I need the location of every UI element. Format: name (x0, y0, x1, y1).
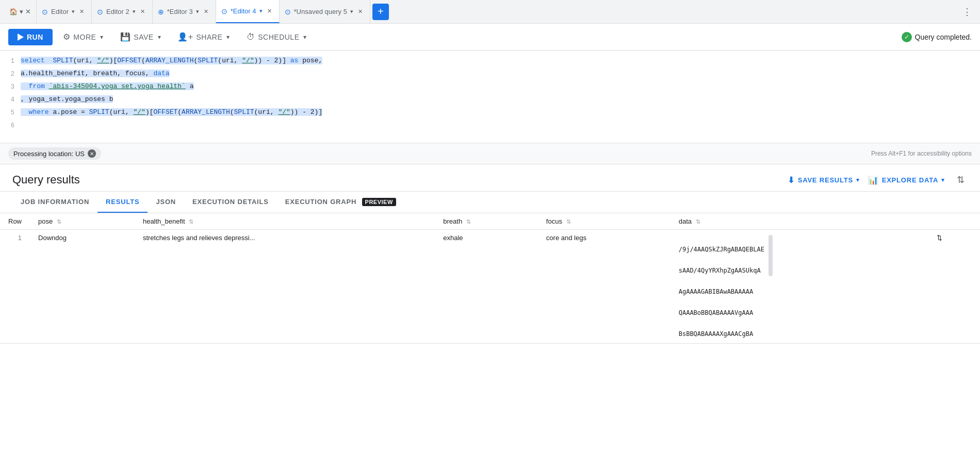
editor4-chevron: ▾ (259, 8, 263, 14)
add-tab-button[interactable]: + (372, 4, 389, 20)
health-benefit-sort-icon: ⇅ (189, 218, 193, 225)
share-chevron: ▾ (226, 33, 230, 41)
table-row: 1 Downdog stretches legs and relieves de… (0, 230, 980, 344)
table-header: Row pose ⇅ health_benefit ⇅ breath ⇅ (0, 213, 980, 230)
tab-json[interactable]: JSON (148, 192, 184, 213)
col-header-row: Row (0, 213, 30, 230)
home-close[interactable]: ✕ (25, 8, 31, 15)
data-scrollbar[interactable] (769, 235, 773, 276)
execution-details-tab-label: EXECUTION DETAILS (192, 198, 269, 206)
gear-icon: ⚙ (63, 32, 71, 42)
explore-data-button[interactable]: 📊 EXPLORE DATA ▾ (868, 175, 945, 185)
editor3-chevron: ▾ (196, 8, 199, 15)
table-body: 1 Downdog stretches legs and relieves de… (0, 230, 980, 344)
schedule-button[interactable]: ⏱ SCHEDULE ▾ (240, 28, 313, 46)
more-label: MORE (73, 33, 96, 41)
breath-sort-icon: ⇅ (466, 218, 471, 225)
tab-unsaved5[interactable]: ⊙ *Unsaved query 5 ▾ ✕ (280, 0, 370, 23)
save-button[interactable]: 💾 SAVE ▾ (114, 28, 167, 46)
explore-data-chevron: ▾ (941, 177, 945, 183)
unsaved5-chevron: ▾ (350, 8, 353, 15)
focus-cell: core and legs (538, 230, 671, 344)
tab-results[interactable]: RESULTS (97, 192, 148, 213)
line-content-1: select SPLIT(uri, "/")[OFFSET(ARRAY_LENG… (21, 55, 980, 66)
line-num-6: 6 (0, 120, 21, 131)
line-num-3: 3 (0, 81, 21, 93)
code-line-6: 6 (0, 119, 980, 132)
code-line-5: 5 where a.pose = SPLIT(uri, "/")[OFFSET(… (0, 106, 980, 119)
unsaved5-close[interactable]: ✕ (356, 8, 365, 16)
home-chevron: ▾ (20, 8, 23, 15)
col-header-focus: focus ⇅ (538, 213, 671, 230)
editor1-query-icon: ⊙ (42, 8, 48, 16)
save-icon: 💾 (120, 32, 131, 42)
code-line-3: 3 from `abis-345004.yoga_set.yoga_health… (0, 80, 980, 93)
execution-graph-tab-label: EXECUTION GRAPH (285, 198, 356, 206)
editor2-label: Editor 2 (106, 8, 129, 15)
toolbar: RUN ⚙ MORE ▾ 💾 SAVE ▾ 👤+ SHARE ▾ ⏱ SCHED… (0, 24, 980, 50)
col-header-breath: breath ⇅ (435, 213, 538, 230)
tab-job-information[interactable]: JOB INFORMATION (12, 192, 97, 213)
health-benefit-cell: stretches legs and relieves depressi... (135, 230, 435, 344)
editor4-close[interactable]: ✕ (266, 7, 274, 15)
save-chevron: ▾ (158, 33, 161, 41)
more-tabs-button[interactable]: ⋮ (958, 6, 976, 18)
run-button[interactable]: RUN (8, 29, 53, 45)
schedule-icon: ⏱ (247, 32, 255, 42)
save-label: SAVE (134, 33, 153, 41)
json-tab-label: JSON (156, 198, 176, 206)
editor1-close[interactable]: ✕ (78, 8, 86, 16)
focus-sort-icon: ⇅ (566, 218, 571, 225)
col-header-health-benefit: health_benefit ⇅ (135, 213, 435, 230)
tab-execution-graph[interactable]: EXECUTION GRAPH PREVIEW (277, 192, 404, 213)
processing-location-text: Processing location: US (13, 150, 85, 158)
share-button[interactable]: 👤+ SHARE ▾ (171, 28, 236, 46)
code-line-4: 4 , yoga_set.yoga_poses b (0, 93, 980, 106)
preview-badge: PREVIEW (362, 198, 396, 206)
tab-editor4[interactable]: ⊙ *Editor 4 ▾ ✕ (216, 0, 280, 23)
tab-editor3[interactable]: ⊕ *Editor 3 ▾ ✕ (153, 0, 216, 23)
home-icon: 🏠 (9, 8, 18, 15)
pose-sort-icon: ⇅ (57, 218, 61, 225)
editor4-label: *Editor 4 (231, 7, 256, 15)
explore-data-icon: 📊 (868, 175, 879, 185)
code-editor[interactable]: 1 select SPLIT(uri, "/")[OFFSET(ARRAY_LE… (0, 50, 980, 143)
results-header: Query results ⬇ SAVE RESULTS ▾ 📊 EXPLORE… (0, 164, 980, 192)
editor2-chevron: ▾ (133, 8, 136, 15)
schedule-chevron: ▾ (303, 33, 307, 41)
line-content-3: from `abis-345004.yoga_set.yoga_health` … (21, 81, 980, 92)
status-text: Query completed. (915, 33, 972, 41)
editor4-query-icon: ⊙ (221, 7, 227, 15)
save-results-label: SAVE RESULTS (798, 176, 853, 184)
editor1-chevron: ▾ (72, 8, 75, 15)
results-tab-label: RESULTS (106, 198, 139, 206)
tab-execution-details[interactable]: EXECUTION DETAILS (184, 192, 277, 213)
accessibility-hint: Press Alt+F1 for accessibility options (871, 150, 972, 157)
expand-results-button[interactable]: ⇅ (953, 173, 968, 187)
tab-editor2[interactable]: ⊙ Editor 2 ▾ ✕ (92, 0, 153, 23)
tab-editor1[interactable]: ⊙ Editor ▾ ✕ (37, 0, 92, 23)
editor2-close[interactable]: ✕ (139, 8, 147, 16)
schedule-label: SCHEDULE (258, 33, 299, 41)
editor3-label: *Editor 3 (167, 8, 193, 15)
home-tab[interactable]: 🏠 ▾ ✕ (4, 0, 37, 23)
line-num-5: 5 (0, 107, 21, 119)
pose-cell: Downdog (30, 230, 135, 344)
status-check-icon: ✓ (902, 32, 912, 42)
editor1-label: Editor (51, 8, 69, 15)
result-tabs: JOB INFORMATION RESULTS JSON EXECUTION D… (0, 192, 980, 213)
query-status: ✓ Query completed. (902, 32, 972, 42)
results-title: Query results (12, 173, 788, 187)
more-button[interactable]: ⚙ MORE ▾ (57, 28, 110, 46)
line-num-1: 1 (0, 55, 21, 67)
explore-data-label: EXPLORE DATA (882, 176, 939, 184)
col-header-extra (928, 213, 980, 230)
editor3-close[interactable]: ✕ (202, 8, 210, 16)
results-actions: ⬇ SAVE RESULTS ▾ 📊 EXPLORE DATA ▾ ⇅ (788, 173, 968, 187)
save-results-button[interactable]: ⬇ SAVE RESULTS ▾ (788, 175, 860, 185)
line-num-2: 2 (0, 68, 21, 80)
remove-location-button[interactable]: ✕ (88, 149, 96, 158)
processing-bar: Processing location: US ✕ Press Alt+F1 f… (0, 143, 980, 164)
more-chevron: ▾ (100, 33, 104, 41)
row-num-cell: 1 (0, 230, 30, 344)
